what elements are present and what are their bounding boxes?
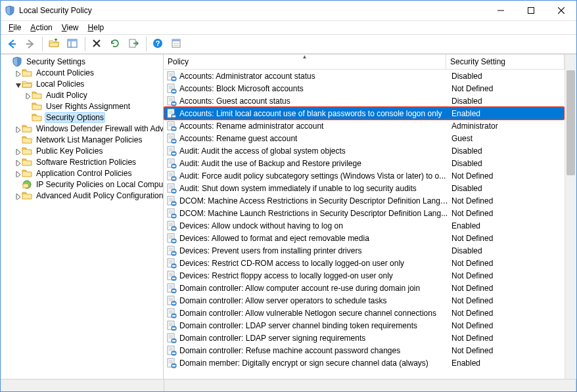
policy-icon (166, 258, 177, 269)
list-row[interactable]: Accounts: Rename guest accountGuest (164, 132, 565, 144)
up-button[interactable] (46, 35, 63, 53)
setting-cell: Not Defined (449, 84, 565, 93)
menu-view[interactable]: View (58, 22, 83, 33)
setting-cell: Enabled (449, 221, 565, 230)
expand-icon[interactable] (12, 168, 22, 178)
list-row[interactable]: Domain controller: LDAP server signing r… (164, 332, 565, 344)
window: Local Security Policy File Action View H… (0, 0, 577, 392)
list-row[interactable]: Devices: Restrict CD-ROM access to local… (164, 257, 565, 269)
tree-item[interactable]: Software Restriction Policies (2, 156, 163, 167)
toolbar-separator (85, 37, 85, 51)
toolbar (1, 34, 576, 54)
folder-icon (32, 90, 42, 100)
policy-icon (166, 83, 177, 94)
menu-help[interactable]: Help (84, 22, 108, 33)
list-row[interactable]: Domain controller: Allow server operator… (164, 294, 565, 307)
tree-item[interactable]: Advanced Audit Policy Configuration (2, 190, 163, 201)
tree-item[interactable]: Application Control Policies (2, 167, 163, 179)
expand-icon[interactable] (12, 123, 22, 133)
list-row[interactable]: Audit: Force audit policy subcategory se… (164, 169, 565, 182)
policy-icon (166, 333, 177, 343)
list-row[interactable]: Devices: Allow undock without having to … (164, 219, 565, 232)
list-row[interactable]: Domain controller: LDAP server channel b… (164, 319, 565, 332)
tree-root[interactable]: Security Settings (2, 56, 163, 67)
list-row[interactable]: Accounts: Block Microsoft accountsNot De… (164, 82, 565, 95)
policy-cell: Domain controller: LDAP server channel b… (179, 321, 449, 330)
tree-item[interactable]: Network List Manager Policies (2, 134, 163, 145)
help-button[interactable] (150, 35, 167, 53)
maximize-button[interactable] (516, 1, 546, 20)
policy-cell: Accounts: Limit local account use of bla… (179, 109, 449, 118)
folder-icon (22, 79, 32, 89)
list-row[interactable]: Domain controller: Refuse machine accoun… (164, 344, 565, 357)
tree-item-label: Account Policies (35, 68, 95, 77)
expand-icon[interactable] (22, 90, 32, 100)
list-row[interactable]: Devices: Restrict floppy access to local… (164, 269, 565, 282)
setting-cell: Not Defined (449, 234, 565, 243)
close-button[interactable] (546, 1, 576, 20)
tree-item[interactable]: IP Security Policies on Local Computer (2, 179, 163, 190)
setting-cell: Not Defined (449, 209, 565, 218)
list-row[interactable]: Accounts: Rename administrator accountAd… (164, 120, 565, 132)
policy-icon (166, 183, 177, 194)
setting-cell: Disabled (449, 246, 565, 255)
setting-cell: Not Defined (449, 346, 565, 355)
expand-icon[interactable] (12, 190, 22, 200)
refresh-button[interactable] (107, 35, 124, 53)
list-row[interactable]: Domain controller: Allow computer accoun… (164, 282, 565, 294)
tree-item[interactable]: Windows Defender Firewall with Advanced … (2, 123, 163, 134)
tree-item[interactable]: User Rights Assignment (2, 100, 163, 112)
toolbar-separator (146, 37, 147, 51)
list-row[interactable]: Devices: Allowed to format and eject rem… (164, 232, 565, 244)
tree-item[interactable]: Public Key Policies (2, 145, 163, 156)
list-row[interactable]: DCOM: Machine Launch Restrictions in Sec… (164, 207, 565, 219)
policy-cell: Accounts: Guest account status (179, 97, 449, 106)
expand-icon[interactable] (12, 68, 22, 77)
policy-icon (166, 208, 177, 219)
column-header-policy[interactable]: Policy ▲ (164, 54, 446, 69)
list-row[interactable]: Accounts: Limit local account use of bla… (164, 107, 565, 120)
show-hide-tree-button[interactable] (64, 35, 81, 53)
list-row[interactable]: Devices: Prevent users from installing p… (164, 244, 565, 257)
tree-item[interactable]: Audit Policy (2, 89, 163, 100)
tree-item[interactable]: Account Policies (2, 67, 163, 78)
back-button[interactable] (3, 35, 20, 53)
tree-twisty-spacer (12, 179, 22, 189)
tree-item-label: Public Key Policies (35, 146, 104, 156)
titlebar[interactable]: Local Security Policy (1, 1, 576, 21)
setting-cell: Not Defined (449, 284, 565, 293)
list-row[interactable]: Accounts: Guest account statusDisabled (164, 95, 565, 107)
menu-file[interactable]: File (5, 22, 25, 33)
tree-item[interactable]: Local Policies (2, 78, 163, 89)
folder-icon (32, 101, 42, 112)
minimize-button[interactable] (486, 1, 516, 20)
scrollbar-thumb[interactable] (566, 70, 575, 175)
expand-icon[interactable] (12, 146, 22, 156)
tree-item-label: Audit Policy (45, 91, 89, 100)
column-header-setting[interactable]: Security Setting (446, 54, 565, 69)
expand-icon[interactable] (12, 157, 22, 167)
vertical-scrollbar[interactable] (565, 54, 576, 379)
delete-button[interactable] (89, 35, 106, 53)
export-list-button[interactable] (126, 35, 143, 53)
properties-button[interactable] (168, 35, 185, 53)
tree-pane[interactable]: Security Settings Account PoliciesLocal … (1, 54, 164, 379)
menu-action[interactable]: Action (26, 22, 56, 33)
list-row[interactable]: Audit: Audit the use of Backup and Resto… (164, 157, 565, 169)
list-row[interactable]: Audit: Shut down system immediately if u… (164, 182, 565, 194)
setting-cell: Not Defined (449, 321, 565, 330)
list-view[interactable]: Policy ▲ Security Setting Accounts: Admi… (164, 54, 565, 379)
list-row[interactable]: Audit: Audit the access of global system… (164, 144, 565, 157)
policy-cell: Accounts: Rename guest account (179, 134, 449, 143)
tree-item[interactable]: Security Options (2, 112, 163, 123)
policy-icon (166, 271, 177, 281)
policy-icon (166, 121, 177, 131)
list-row[interactable]: Accounts: Administrator account statusDi… (164, 70, 565, 82)
forward-button[interactable] (22, 35, 39, 53)
list-row[interactable]: Domain controller: Allow vulnerable Netl… (164, 307, 565, 319)
list-row[interactable]: Domain member: Digitally encrypt or sign… (164, 357, 565, 369)
collapse-icon[interactable] (12, 79, 22, 89)
list-row[interactable]: DCOM: Machine Access Restrictions in Sec… (164, 194, 565, 207)
policy-cell: Devices: Restrict CD-ROM access to local… (179, 259, 449, 268)
column-header-label: Policy (168, 57, 189, 66)
